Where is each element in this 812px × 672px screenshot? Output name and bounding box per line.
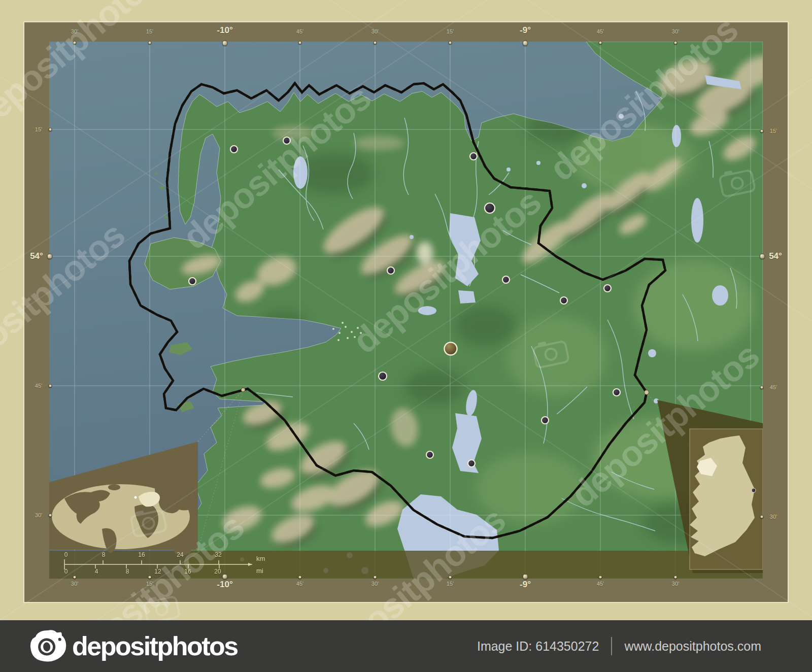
scale-mi-tick: 20 [214, 568, 221, 575]
graticule-label-top: 45' [296, 28, 303, 35]
graticule-label-bottom: -9° [520, 580, 531, 590]
scale-mi-unit: mi [256, 567, 263, 575]
footer-bar: depositphotos Image ID: 614350272 www.de… [0, 620, 812, 672]
graticule-label-bottom: 30' [672, 581, 679, 587]
graticule-label-bottom: 45' [597, 581, 604, 587]
scale-km-tick: 32 [215, 551, 221, 558]
graticule-label-top: 30' [71, 28, 78, 35]
town-marker [387, 267, 394, 274]
town-marker [470, 153, 477, 160]
scale-km-unit: km [256, 555, 265, 562]
scale-mi-tick: 12 [154, 568, 161, 575]
town-marker [468, 460, 475, 467]
graticule-label-left: 15' [35, 126, 42, 132]
graticule-label-right: 54° [769, 251, 782, 261]
graticule-label-top: 30' [371, 28, 379, 35]
town-marker [485, 203, 495, 213]
graticule-label-top: 30' [672, 28, 679, 35]
inset-city-dot [752, 488, 756, 492]
image-id-text: Image ID: 614350272 [477, 639, 599, 654]
main-map-svg [49, 42, 763, 579]
graticule-label-left: 45' [35, 383, 42, 389]
graticule-label-bottom: 30' [71, 581, 78, 587]
graticule-label-top: 45' [597, 28, 604, 35]
town-marker [560, 297, 567, 304]
town-marker [230, 146, 238, 153]
graticule-label-left: 30' [35, 512, 42, 518]
graticule-label-right: 15' [770, 128, 777, 134]
graticule-label-bottom: 45' [296, 581, 303, 587]
graticule-label-left: 54° [30, 251, 43, 261]
graticule-label-right: 45' [770, 384, 777, 390]
scale-km-tick: 8 [102, 551, 106, 558]
scale-mi-tick: 4 [95, 568, 98, 575]
town-marker [502, 276, 510, 283]
town-marker [613, 389, 620, 396]
brand-name: depositphotos [72, 631, 238, 661]
graticule-label-top: 15' [146, 28, 153, 35]
footer-divider [611, 637, 612, 655]
graticule-label-bottom: 15' [146, 581, 153, 587]
map-canvas [49, 42, 763, 579]
scale-mi-tick: 0 [64, 568, 68, 575]
camera-logo-icon [28, 627, 71, 665]
capital-marker [445, 343, 457, 355]
scale-km-tick: 24 [177, 551, 183, 558]
graticule-label-right: 30' [770, 514, 777, 520]
town-marker [542, 417, 549, 424]
graticule-label-top: 15' [447, 28, 454, 35]
scale-mi-tick: 16 [184, 568, 191, 575]
brand-logo: depositphotos [29, 629, 238, 663]
stock-photo: 30' 15' -10° 45' 30' 15' -9° 45' 30' 30'… [0, 0, 812, 620]
town-marker [283, 137, 290, 144]
graticule-label-top: -9° [520, 25, 531, 36]
town-marker [426, 451, 433, 458]
graticule-label-top: -10° [217, 25, 232, 36]
graticule-label-bottom: -10° [217, 580, 232, 590]
town-marker [604, 285, 611, 292]
town-marker [379, 372, 387, 380]
graticule-label-bottom: 15' [447, 581, 454, 587]
scale-mi-tick: 8 [126, 568, 129, 575]
website-text: www.depositphotos.com [624, 639, 761, 654]
scale-km-tick: 16 [138, 551, 145, 558]
graticule-label-bottom: 30' [371, 581, 379, 587]
town-marker [189, 278, 196, 285]
scale-km-tick: 0 [64, 551, 68, 558]
world-location-dot [134, 496, 137, 499]
inset-anchor-dot [241, 388, 245, 392]
